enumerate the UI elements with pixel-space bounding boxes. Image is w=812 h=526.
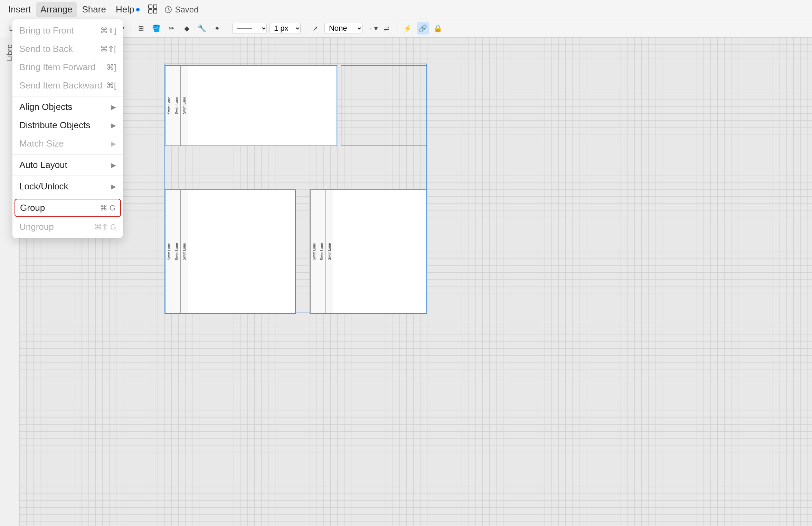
divider-4 <box>305 24 305 33</box>
align-objects-item[interactable]: Align Objects ▶ <box>12 98 123 116</box>
lock-button[interactable]: 🔒 <box>432 22 444 35</box>
bring-to-front-shortcut: ⌘⇧] <box>100 26 116 35</box>
swim-row-1 <box>188 66 337 92</box>
arrow-button[interactable]: → ▾ <box>365 22 378 35</box>
send-backward-shortcut: ⌘[ <box>106 81 116 90</box>
flash-button[interactable]: ⚡ <box>402 22 414 35</box>
ungroup-label: Ungroup <box>19 222 54 232</box>
lock-unlock-arrow-icon: ▶ <box>111 183 116 190</box>
swim-br-row-1 <box>333 190 426 231</box>
divider-5 <box>397 24 397 33</box>
svg-rect-2 <box>149 10 152 13</box>
match-size-item[interactable]: Match Size ▶ <box>12 134 123 153</box>
stroke-style-select[interactable]: —— - - - <box>232 23 267 34</box>
divider-a <box>12 96 123 96</box>
selection-top-right[interactable] <box>341 65 427 146</box>
swim-lane-label-1: Swim Lane <box>165 66 173 145</box>
fill-button[interactable]: 🪣 <box>150 22 163 35</box>
match-size-label: Match Size <box>19 138 64 149</box>
match-size-arrow-icon: ▶ <box>111 140 116 148</box>
lock-unlock-item[interactable]: Lock/Unlock ▶ <box>12 177 123 196</box>
group-item[interactable]: Group ⌘ G <box>15 199 121 217</box>
line-color-button[interactable]: ✏ <box>166 22 178 35</box>
bring-to-front-item[interactable]: Bring to Front ⌘⇧] <box>12 21 123 40</box>
style-button[interactable]: 🔧 <box>196 22 208 35</box>
swim-lane-label-2: Swim Lane <box>173 66 180 145</box>
send-to-back-shortcut: ⌘⇧[ <box>100 45 116 54</box>
swim-bl-row-1 <box>188 190 295 231</box>
swim-lane-label-3: Swim Lane <box>180 66 188 145</box>
group-label: Group <box>20 203 45 213</box>
distribute-objects-label: Distribute Objects <box>19 120 90 131</box>
lock-unlock-label: Lock/Unlock <box>19 181 68 192</box>
arrange-dropdown: Bring to Front ⌘⇧] Send to Back ⌘⇧[ Brin… <box>12 19 123 238</box>
swim-lane-br-label-1: Swim Lane <box>310 190 318 313</box>
snap-button[interactable]: 🔗 <box>417 22 429 35</box>
menu-insert[interactable]: Insert <box>4 2 35 17</box>
svg-rect-0 <box>149 5 152 8</box>
svg-rect-1 <box>153 5 157 8</box>
magic-button[interactable]: ✦ <box>211 22 224 35</box>
bring-forward-item[interactable]: Bring Item Forward ⌘] <box>12 58 123 76</box>
auto-layout-item[interactable]: Auto Layout ▶ <box>12 156 123 174</box>
menu-arrange[interactable]: Arrange <box>36 2 77 17</box>
divider-2 <box>131 24 131 33</box>
stroke-width-select[interactable]: 1 px <box>270 23 301 34</box>
group-shortcut: ⌘ G <box>100 204 115 213</box>
divider-d <box>12 197 123 197</box>
swim-diagram-top[interactable]: Swim Lane Swim Lane Swim Lane <box>164 65 337 146</box>
send-to-back-label: Send to Back <box>19 44 73 54</box>
swim-br-row-3 <box>333 272 426 313</box>
distribute-objects-arrow-icon: ▶ <box>111 122 116 129</box>
divider-c <box>12 176 123 176</box>
distribute-objects-item[interactable]: Distribute Objects ▶ <box>12 116 123 134</box>
divider-3 <box>228 24 228 33</box>
swim-bl-row-2 <box>188 231 295 272</box>
send-to-back-item[interactable]: Send to Back ⌘⇧[ <box>12 40 123 58</box>
swim-lane-bl-label-3: Swim Lane <box>180 190 188 313</box>
connection-style-select[interactable]: None <box>324 23 362 34</box>
swim-bl-row-3 <box>188 272 295 313</box>
swim-br-row-2 <box>333 231 426 272</box>
swim-row-3 <box>188 119 337 145</box>
auto-layout-label: Auto Layout <box>19 160 67 170</box>
swim-diagram-bottom-left[interactable]: Swim Lane Swim Lane Swim Lane <box>164 189 296 314</box>
canvas[interactable]: Swim Lane Swim Lane Swim Lane Swim Lane … <box>19 37 812 526</box>
svg-rect-3 <box>153 10 157 13</box>
connection-button[interactable]: ↗ <box>309 22 322 35</box>
send-backward-item[interactable]: Send Item Backward ⌘[ <box>12 76 123 95</box>
swim-lane-bl-label-2: Swim Lane <box>173 190 180 313</box>
swim-lane-br-label-2: Swim Lane <box>318 190 325 313</box>
shape-button[interactable]: ⊞ <box>135 22 148 35</box>
align-objects-arrow-icon: ▶ <box>111 103 116 111</box>
align-objects-label: Align Objects <box>19 102 72 112</box>
bring-forward-label: Bring Item Forward <box>19 62 96 73</box>
swap-button[interactable]: ⇌ <box>380 22 393 35</box>
ungroup-item[interactable]: Ungroup ⌘⇧ G <box>12 218 123 236</box>
bring-forward-shortcut: ⌘] <box>106 63 116 72</box>
ungroup-shortcut: ⌘⇧ G <box>94 223 116 232</box>
divider-b <box>12 154 123 154</box>
swim-lane-br-label-3: Swim Lane <box>325 190 333 313</box>
shadow-button[interactable]: ◆ <box>181 22 193 35</box>
menubar: Insert Arrange Share Help Saved <box>0 0 812 19</box>
swim-row-2 <box>188 92 337 119</box>
auto-layout-arrow-icon: ▶ <box>111 161 116 169</box>
saved-status: Saved <box>164 5 198 15</box>
bring-to-front-label: Bring to Front <box>19 25 74 36</box>
menu-help[interactable]: Help <box>112 2 144 17</box>
send-backward-label: Send Item Backward <box>19 80 102 91</box>
grid-icon[interactable] <box>148 4 158 15</box>
swim-lane-bl-label-1: Swim Lane <box>165 190 173 313</box>
menu-share[interactable]: Share <box>78 2 110 17</box>
swim-diagram-bottom-right[interactable]: Swim Lane Swim Lane Swim Lane <box>310 189 427 314</box>
